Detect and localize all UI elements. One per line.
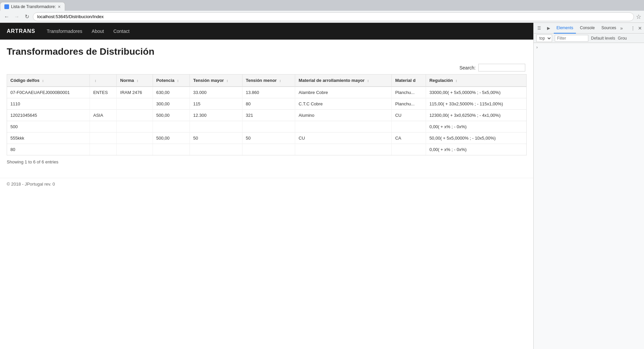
devtools-context-selector[interactable]: top xyxy=(536,35,552,42)
cell-row0-col7: Planchu... xyxy=(392,87,426,98)
cell-row2-col3: 500,00 xyxy=(153,110,190,121)
devtools-tab-elements[interactable]: Elements xyxy=(554,23,576,34)
cell-row3-col4 xyxy=(190,121,242,133)
cell-row5-col3 xyxy=(153,144,190,155)
col-header-norma[interactable]: Norma ↕ xyxy=(117,74,153,87)
main-content: ARTRANS Transformadores About Contact Tr… xyxy=(0,23,533,349)
col-header-norma-label: Norma xyxy=(120,78,134,83)
cell-row4-col1 xyxy=(90,133,117,144)
col-header-potencia[interactable]: Potencia ↕ xyxy=(153,74,190,87)
tab-title: Lista de Transformadore: xyxy=(11,4,56,9)
cell-row5-col5 xyxy=(242,144,295,155)
devtools-content: › xyxy=(534,43,644,349)
col-header-potencia-label: Potencia xyxy=(156,78,174,83)
devtools-toolbar: ☰ ▶ Elements Console Sources » ⋮ ✕ xyxy=(534,23,644,34)
table-body: 07-F0CAAEUAFEJ0000B0001ENTESIRAM 2476630… xyxy=(7,87,526,155)
devtools-tab-sources[interactable]: Sources xyxy=(599,23,619,34)
table-wrapper[interactable]: Código delfos ↕ ↕ Norma ↕ Pote xyxy=(7,74,527,155)
devtools-tree-arrow[interactable]: › xyxy=(535,44,643,50)
cell-row4-col7: CA xyxy=(392,133,426,144)
cell-row4-col2 xyxy=(117,133,153,144)
devtools-secondary-bar: top Default levels Grou xyxy=(534,34,644,43)
col-header-codigo[interactable]: Código delfos ↕ xyxy=(7,74,90,87)
devtools-toggle-button[interactable]: ☰ xyxy=(535,24,543,32)
cell-row1-col4: 115 xyxy=(190,98,242,110)
entries-info: Showing 1 to 6 of 6 entries xyxy=(7,159,527,168)
browser-toolbar: ← → ↻ ☆ xyxy=(0,11,644,23)
table-row: 12021045645ASIA500,0012.300321AluminoCU1… xyxy=(7,110,526,121)
cell-row4-col6: CU xyxy=(295,133,392,144)
devtools-levels-label[interactable]: Default levels xyxy=(591,36,615,41)
sort-icon-norma: ↕ xyxy=(137,79,139,83)
col-header-regulacion-label: Regulación xyxy=(429,78,453,83)
navbar: ARTRANS Transformadores About Contact xyxy=(0,23,533,40)
cell-row2-col1: ASIA xyxy=(90,110,117,121)
address-bar[interactable] xyxy=(33,12,634,21)
nav-link-about[interactable]: About xyxy=(87,23,109,40)
sort-icon-codigo: ↕ xyxy=(42,79,44,83)
cell-row1-col6: C.T.C Cobre xyxy=(295,98,392,110)
col-header-material-menor: Material d xyxy=(392,74,426,87)
back-button[interactable]: ← xyxy=(3,13,11,21)
nav-link-transformadores[interactable]: Transformadores xyxy=(42,23,87,40)
devtools-settings-icon[interactable]: ⋮ xyxy=(630,25,636,32)
devtools-close-icon[interactable]: ✕ xyxy=(637,25,643,32)
cell-row3-col8: 0,00( + x% ; - 0x%) xyxy=(426,121,526,133)
col-header-codigo-label: Código delfos xyxy=(10,78,40,83)
table-row: 800,00( + x% ; - 0x%) xyxy=(7,144,526,155)
refresh-button[interactable]: ↻ xyxy=(23,13,31,21)
devtools-more-tabs[interactable]: » xyxy=(620,26,623,31)
transformadores-table: Código delfos ↕ ↕ Norma ↕ Pote xyxy=(7,74,526,155)
sort-icon-regulacion: ↕ xyxy=(455,79,458,83)
col-header-material-mayor[interactable]: Material de arrollamiento mayor ↕ xyxy=(295,74,392,87)
cell-row5-col8: 0,00( + x% ; - 0x%) xyxy=(426,144,526,155)
search-input[interactable] xyxy=(478,64,525,71)
cell-row0-col3: 630,00 xyxy=(153,87,190,98)
cell-row3-col1 xyxy=(90,121,117,133)
col-header-col2[interactable]: ↕ xyxy=(90,74,117,87)
devtools-inspect-button[interactable]: ▶ xyxy=(544,24,552,32)
cell-row3-col6 xyxy=(295,121,392,133)
nav-link-contact[interactable]: Contact xyxy=(109,23,134,40)
table-header-row: Código delfos ↕ ↕ Norma ↕ Pote xyxy=(7,74,526,87)
browser-chrome: Lista de Transformadore: × ← → ↻ ☆ xyxy=(0,0,644,23)
devtools-actions: ⋮ ✕ xyxy=(630,25,643,32)
cell-row2-col2 xyxy=(117,110,153,121)
sort-icon-material-mayor: ↕ xyxy=(367,79,369,83)
cell-row1-col2 xyxy=(117,98,153,110)
cell-row1-col3: 300,00 xyxy=(153,98,190,110)
cell-row3-col5 xyxy=(242,121,295,133)
cell-row5-col7 xyxy=(392,144,426,155)
devtools-group-label: Grou xyxy=(618,36,627,41)
cell-row5-col0: 80 xyxy=(7,144,90,155)
forward-button[interactable]: → xyxy=(13,13,21,21)
cell-row2-col4: 12.300 xyxy=(190,110,242,121)
col-header-regulacion[interactable]: Regulación ↕ xyxy=(426,74,526,87)
bookmark-star-icon[interactable]: ☆ xyxy=(636,13,641,20)
cell-row4-col3: 500,00 xyxy=(153,133,190,144)
cell-row4-col0: 555kkk xyxy=(7,133,90,144)
cell-row3-col3 xyxy=(153,121,190,133)
cell-row3-col2 xyxy=(117,121,153,133)
cell-row1-col0: 1110 xyxy=(7,98,90,110)
cell-row4-col8: 50,00( + 5x5,0000% ; - 10x5,00%) xyxy=(426,133,526,144)
col-header-material-menor-label: Material d xyxy=(395,78,416,83)
tab-favicon xyxy=(4,4,9,9)
table-row: 555kkk500,005050CUCA50,00( + 5x5,0000% ;… xyxy=(7,133,526,144)
cell-row5-col6 xyxy=(295,144,392,155)
cell-row0-col5: 13.860 xyxy=(242,87,295,98)
devtools-filter-input[interactable] xyxy=(555,35,588,42)
page-title: Transformadores de Distribución xyxy=(7,46,527,57)
table-row: 1110300,0011580C.T.C CobrePlanchu...115,… xyxy=(7,98,526,110)
cell-row2-col7: CU xyxy=(392,110,426,121)
page-layout: ARTRANS Transformadores About Contact Tr… xyxy=(0,23,644,349)
col-header-material-mayor-label: Material de arrollamiento mayor xyxy=(299,78,365,83)
search-label: Search: xyxy=(460,65,476,70)
active-tab[interactable]: Lista de Transformadore: × xyxy=(0,2,65,11)
devtools-tab-console[interactable]: Console xyxy=(577,23,597,34)
cell-row2-col5: 321 xyxy=(242,110,295,121)
tab-close-button[interactable]: × xyxy=(58,4,60,9)
col-header-tension-menor-label: Tensión menor xyxy=(246,78,277,83)
col-header-tension-mayor[interactable]: Tensión mayor ↕ xyxy=(190,74,242,87)
col-header-tension-menor[interactable]: Tensión menor ↕ xyxy=(242,74,295,87)
